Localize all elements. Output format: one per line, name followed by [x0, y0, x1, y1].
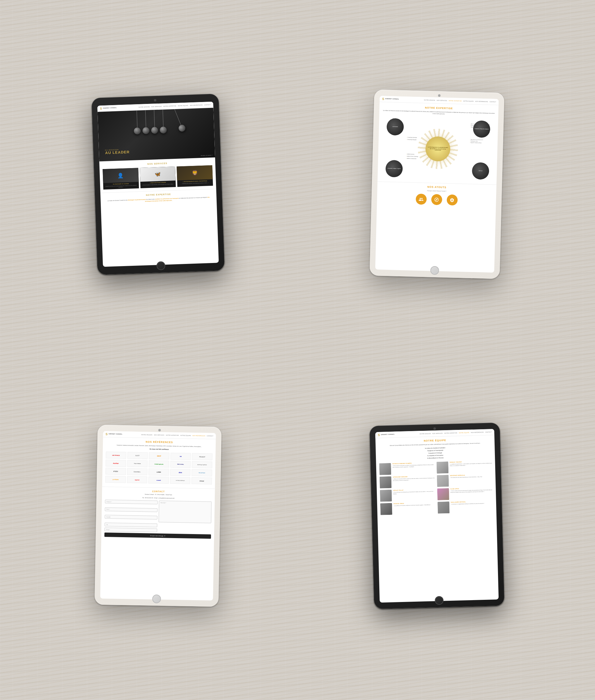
string-4 — [162, 110, 163, 127]
member-photo-placeholder-5 — [380, 490, 392, 502]
nav-expertise-1[interactable]: NOTRE EXPERTISE — [163, 105, 176, 107]
field-prenom[interactable]: Prénom * — [105, 500, 158, 504]
ball-3 — [151, 110, 158, 134]
nav-equipe-2[interactable]: NOTRE ÉQUIPE — [463, 100, 474, 102]
atout-icon-3 — [447, 194, 458, 206]
nav-expertise-4[interactable]: NOTRE EXPERTISE — [444, 432, 457, 434]
circle-outils: OUTILS — [472, 162, 489, 180]
atout-icon-1 — [416, 193, 427, 205]
logo-sensei: SENSEI — [192, 477, 212, 484]
tablet-1: S SIMONET CONSEIL NOTRE MISSION NOS SERV… — [91, 94, 225, 275]
nav-services-1[interactable]: NOS SERVICES — [151, 106, 162, 108]
member-photo-6 — [437, 488, 449, 500]
references-page: NOS RÉFÉRENCES Transport, Industrie Auto… — [102, 437, 216, 488]
home-button-2[interactable] — [430, 266, 439, 275]
nav-equipe-1[interactable]: NOTRE ÉQUIPE — [178, 105, 189, 107]
list-col-left: Coaching individuel Coaching d'équipe At… — [406, 136, 425, 160]
submit-label: Envoyez votre message — [150, 535, 163, 537]
nav-contact-2[interactable]: CONTACT — [490, 101, 496, 103]
camera-1 — [154, 99, 156, 101]
tablet-4-container: S SIMONET CONSEIL NOTRE MISSION NOS SERV… — [298, 350, 576, 682]
page-container: S SIMONET CONSEIL NOTRE MISSION NOS SERV… — [0, 0, 595, 700]
member-info-3: STÉPHANIE DEGUIER « J'élève au niveau de… — [393, 475, 435, 481]
field-tel[interactable]: Tél — [105, 522, 157, 527]
services-grid: 👤 DU MANAGER AU LEADER Coupé en vos rêve… — [103, 165, 213, 189]
nav-contact-4[interactable]: CONTACT — [485, 431, 492, 433]
field-societe[interactable]: Société — [105, 515, 158, 519]
nav-contact-1[interactable]: CONTACT — [204, 104, 211, 106]
member-photo-placeholder-6 — [437, 488, 449, 500]
member-photo-placeholder-1 — [379, 463, 391, 475]
member-photo-7 — [380, 503, 392, 515]
nav-contact-3[interactable]: CONTACT — [207, 435, 213, 436]
field-message[interactable]: Message * — [159, 501, 212, 523]
nav-expertise-2[interactable]: NOTRE EXPERTISE — [449, 100, 462, 102]
nav-mission-2[interactable]: NOTRE MISSION — [424, 99, 435, 101]
nav-mission-3[interactable]: NOTRE MISSION — [141, 434, 152, 436]
nav-references-1[interactable]: NOS RÉFÉRENCES — [190, 104, 203, 106]
logo-laposte: LA POSTE — [105, 476, 126, 483]
logo-4: S SIMONET CONSEIL — [378, 433, 395, 436]
submit-button[interactable]: Envoyez votre message ➤ — [105, 533, 211, 539]
logo-2: S SIMONET CONSEIL — [382, 98, 399, 101]
nav-mission-1[interactable]: NOTRE MISSION — [139, 106, 150, 108]
logo-peugeot: PEUGEOT — [192, 453, 213, 460]
contact-address: Simonet Conseil - 27 / 29 rue Raffet - 7… — [105, 493, 212, 496]
nav-references-4[interactable]: NOS RÉFÉRENCES — [471, 431, 483, 433]
member-info-4: SÉVERINE DESRUALS « Ne savaient pas que … — [450, 474, 492, 478]
nav-mission-4[interactable]: NOTRE MISSION — [420, 433, 431, 434]
member-photo-8 — [437, 502, 449, 514]
nav-expertise-3[interactable]: NOTRE EXPERTISE — [166, 434, 179, 436]
nav-services-4[interactable]: NOS SERVICES — [432, 432, 443, 434]
home-button-3[interactable] — [152, 594, 161, 603]
nav-services-2[interactable]: NOS SERVICES — [437, 100, 447, 101]
circle-coaching-label: COACHING — [392, 126, 398, 128]
team-member-5: CÉCILE PILLAT « Ce ne sont pas nos événe… — [380, 488, 436, 502]
string-5 — [174, 109, 181, 125]
trust-text: Ils nous ont fait confiance — [106, 447, 213, 451]
team-member-4: SÉVERINE DESRUALS « Ne savaient pas que … — [437, 474, 492, 487]
hero-title: AU LEADER — [105, 150, 130, 155]
sphere-4 — [160, 127, 167, 134]
member-info-8: GUILLAUME ANTIDIAL « Je cherche un un gi… — [451, 500, 493, 505]
contact-form: Prénom * Message * Nom * Société Tél Ema… — [105, 500, 212, 539]
contact-phone: Tél : 06 60 30 36 78 - Email : contact@s… — [105, 496, 212, 500]
expertise-page: NOTRE EXPERTISE Le métier de Simonet Con… — [377, 102, 499, 185]
field-nom[interactable]: Nom * — [105, 507, 158, 512]
logo-text-2: SIMONET CONSEIL — [385, 98, 399, 100]
field-email[interactable]: Email * — [105, 528, 157, 532]
logo-1: S SIMONET CONSEIL — [100, 106, 117, 110]
logo-text-4: SIMONET CONSEIL — [381, 434, 395, 435]
screen-2: S SIMONET CONSEIL NOTRE MISSION NOS SERV… — [375, 96, 499, 273]
references-title: NOS RÉFÉRENCES — [106, 440, 213, 445]
screen-4: S SIMONET CONSEIL NOTRE MISSION NOS SERV… — [375, 429, 499, 602]
sphere-5 — [177, 124, 187, 133]
nav-equipe-4[interactable]: NOTRE ÉQUIPE — [459, 432, 470, 434]
service-img-3: 🦁 — [177, 165, 213, 181]
home-button-4[interactable] — [435, 596, 444, 605]
contact-title: CONTACT — [105, 489, 212, 493]
sphere-2 — [143, 127, 150, 134]
logo-boehringer: Boehringer Ingelheim — [192, 461, 212, 468]
nav-services-3[interactable]: NOS SERVICES — [154, 434, 165, 436]
contact-section: CONTACT Simonet Conseil - 27 / 29 rue Ra… — [101, 487, 215, 541]
member-info-5: CÉCILE PILLAT « Ce ne sont pas nos événe… — [393, 488, 436, 494]
camera-4 — [433, 427, 436, 430]
nav-equipe-3[interactable]: NOTRE ÉQUIPE — [180, 434, 191, 436]
logo-3: S SIMONET CONSEIL — [105, 432, 122, 436]
nos-atouts: NOS ATOUTS Pourquoi choisir Simonet Cons… — [377, 182, 497, 209]
member-photo-5 — [380, 490, 392, 502]
nav-references-2[interactable]: NOS RÉFÉRENCES — [475, 101, 488, 102]
logo-letter-2: S — [382, 98, 384, 101]
team-page: NOTRE ÉQUIPE Simonet Conseil fédère des … — [375, 435, 497, 518]
team-member-2: NOËLEC VINCENT « La réalité de la perfor… — [436, 461, 492, 474]
nav-references-3[interactable]: NOS RÉFÉRENCES — [193, 435, 205, 437]
home-button-1[interactable] — [157, 262, 166, 270]
service-desc-1: Coupé en vos rêves et de redevenir pour … — [103, 185, 139, 189]
member-quote-5: « Ce ne sont pas nos événements qui cons… — [393, 491, 436, 494]
hero-text: DU MANAGER AU LEADER — [105, 148, 130, 155]
member-photo-placeholder-8 — [437, 502, 449, 514]
member-quote-1: « Dès qui arrive à croire que sa vocatio… — [393, 464, 435, 468]
circle-ateliers: ATELIERS THÉMA-TIQUES — [386, 160, 403, 178]
member-quote-3: « J'élève au niveau de la forêt il y ava… — [393, 477, 435, 481]
